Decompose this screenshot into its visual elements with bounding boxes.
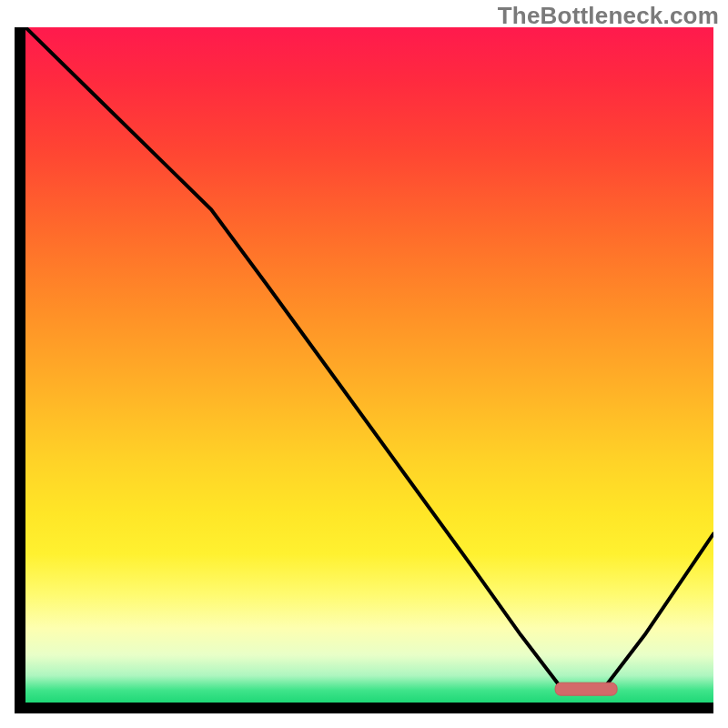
plot-area [25, 27, 713, 703]
bottleneck-curve [25, 27, 713, 689]
axes-frame [15, 27, 713, 713]
optimal-range-marker [555, 682, 617, 695]
watermark-text: TheBottleneck.com [498, 2, 719, 30]
chart-overlay [25, 27, 713, 703]
chart-stage: TheBottleneck.com [0, 0, 728, 728]
